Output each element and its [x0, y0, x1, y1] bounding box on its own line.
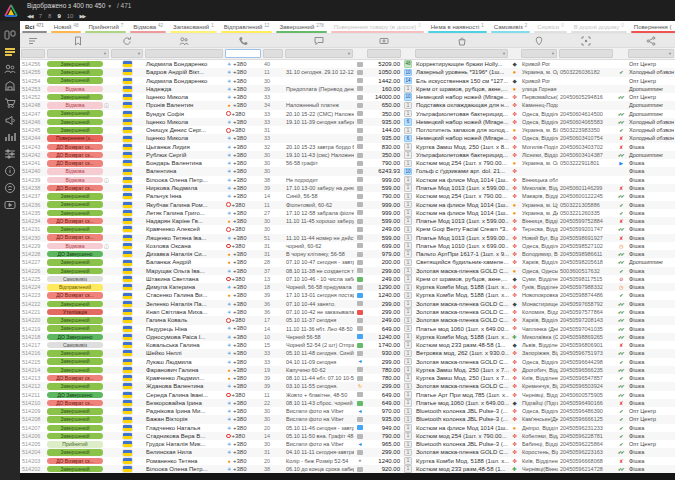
client-phone[interactable]: +380 [224, 275, 262, 283]
filter-city-select[interactable]: ▼ [521, 49, 557, 58]
table-row[interactable]: 514230ДО Возврат ск...Лященко Тетяна Іва… [20, 234, 675, 242]
sidebar-item-support[interactable] [3, 182, 17, 194]
tracking-number[interactable]: 20450596490166 [558, 399, 614, 407]
tracking-number[interactable]: 20450605294816 [558, 93, 614, 101]
tracking-number[interactable]: 20450597988332 [558, 283, 614, 291]
tracking-number[interactable]: 20450603410754 [558, 134, 614, 142]
table-row[interactable]: 514210ДО Возврат ск...Безкоровайна Ірина… [20, 399, 675, 407]
table-row[interactable]: 514220ЗавершенийГалина Коваль+3801705.10… [20, 316, 675, 324]
client-phone[interactable]: ✳+380 [224, 465, 262, 473]
sidebar-item-kanban[interactable] [3, 29, 17, 41]
client-phone[interactable]: ✳+380 [224, 308, 262, 316]
filter-source-select[interactable]: ▼ [628, 49, 674, 58]
client-phone[interactable]: +380 [224, 110, 262, 118]
filter-status-select[interactable]: ▼ [47, 49, 109, 58]
tracking-number[interactable]: 20450596486390 [558, 407, 614, 415]
client-phone[interactable]: +380 [224, 126, 262, 134]
tab-0[interactable]: Всі471 [20, 21, 49, 33]
page-9[interactable]: 9 [57, 13, 60, 19]
client-phone[interactable]: ✳+380 [224, 415, 262, 423]
client-phone[interactable]: ✳+380 [224, 424, 262, 432]
tracking-number[interactable]: 20450600575905 [558, 391, 614, 399]
column-header-refresh[interactable] [110, 34, 144, 47]
tracking-number[interactable]: 20450596806901 [558, 341, 614, 349]
sidebar-item-settings[interactable] [3, 148, 17, 160]
client-phone[interactable]: ✳+380 [224, 333, 262, 341]
tracking-number[interactable] [558, 77, 614, 85]
column-header-status[interactable] [46, 34, 110, 47]
tracking-number[interactable]: 20450601146299 [558, 184, 614, 192]
table-row[interactable]: 514216ЗавершенийШейко Неллі✳+3803305.10 … [20, 349, 675, 357]
client-phone[interactable]: ●+380 [224, 217, 262, 225]
tab-5[interactable]: Відправлений12 [219, 21, 275, 33]
table-row[interactable]: 514252ЗавершенийІщенко Микола✳+380331400… [20, 93, 675, 101]
client-phone[interactable]: ✳+380 [224, 184, 262, 192]
tracking-number[interactable]: 20450596228781 [558, 432, 614, 440]
tracking-number[interactable]: 20450599752884 [558, 217, 614, 225]
tracking-number[interactable]: 20450596223163 [558, 448, 614, 456]
info-icon[interactable]: ⓘ [104, 176, 109, 184]
table-row[interactable]: 514228ДО ЗавершеноДихавка Наталія Си...●… [20, 250, 675, 258]
client-phone[interactable]: ✳+380 [224, 85, 262, 93]
client-phone[interactable]: ✳+380 [224, 349, 262, 357]
client-phone[interactable]: ●+380 [224, 258, 262, 266]
table-row[interactable]: 514203ДО Возврат ск...Романенко Тетяна●+… [20, 457, 675, 465]
client-phone[interactable]: ✳+380 [224, 325, 262, 333]
table-row[interactable]: 514223ДО Возврат ск...Стасенко Галина Ви… [20, 291, 675, 299]
client-phone[interactable]: ✳+380 [224, 93, 262, 101]
client-phone[interactable]: ●+380 [224, 291, 262, 299]
table-row[interactable]: 514204ЗавершенийБелинская Нила✳+3803104.… [20, 448, 675, 456]
info-icon[interactable]: ⓘ [104, 101, 109, 109]
client-phone[interactable]: ●+380 [224, 374, 262, 382]
tracking-number[interactable]: 20450597041035 [558, 325, 614, 333]
table-row[interactable]: 514206ЗавершенийСтадникова Вера В...+380… [20, 432, 675, 440]
tracking-number[interactable]: 20450600122245 [558, 192, 614, 200]
shown-range[interactable]: Відображено з 400 по 450 ▼ / 471 [27, 2, 131, 9]
filter-num-input[interactable] [263, 49, 283, 58]
tracking-number[interactable]: 20450596644298 [558, 358, 614, 366]
table-row[interactable]: 514236ЗавершенийЯкубчак Галина Ром...+38… [20, 201, 675, 209]
table-row[interactable]: 514226ЗавершенийМарущак Ольга Іва...✳+38… [20, 267, 675, 275]
client-phone[interactable]: ✳+380 [224, 159, 262, 167]
client-phone[interactable]: ✳+380 [224, 77, 262, 85]
table-row[interactable]: 514244Повернення (з...Іщенко Микола✳+380… [20, 134, 675, 142]
table-row[interactable]: 514225СамовивізШтакина Светлана+3801307.… [20, 275, 675, 283]
filter-comment-input[interactable]: ▼ [285, 49, 353, 58]
client-phone[interactable]: +380 [224, 391, 262, 399]
table-row[interactable]: 514235ЗавершенийЛетяк Галина Григо...✳+3… [20, 209, 675, 217]
client-phone[interactable]: ✳+380 [224, 209, 262, 217]
tracking-number[interactable]: 0503223983350 [558, 126, 614, 134]
table-row[interactable]: 514222ЗавершенийЗеленко Наталія Па...✳+3… [20, 300, 675, 308]
client-phone[interactable]: ✳+380 [224, 118, 262, 126]
tab-9[interactable]: Самовивіз2 [489, 21, 533, 33]
tracking-number[interactable] [558, 60, 614, 68]
client-phone[interactable]: ✳+380 [224, 234, 262, 242]
tracking-number[interactable]: 20450598986611 [558, 250, 614, 258]
tracking-number[interactable]: 0503221305886 [558, 201, 614, 209]
client-phone[interactable]: ✳+380 [224, 167, 262, 175]
table-row[interactable]: 514202ЗавершенийБілоока Олена Петр...✳+3… [20, 465, 675, 473]
client-phone[interactable]: +380 [224, 225, 262, 233]
client-phone[interactable]: ✳+380 [224, 68, 262, 76]
column-header-location[interactable] [520, 34, 558, 47]
table-row[interactable]: 514254ЗавершенийЛюдмила Бондаренко✳+3803… [20, 77, 675, 85]
table-row[interactable]: 514213ДО Возврат ск...Кравченко Людмил..… [20, 374, 675, 382]
column-header-tracking[interactable] [558, 34, 614, 47]
table-row[interactable]: 514255ЗавершенийБадров Андрій Вікт...✳+3… [20, 68, 675, 76]
table-row[interactable]: 514243ДО Возврат ск...Цыганюк Лидия✳+380… [20, 143, 675, 151]
first-page-button[interactable]: ◀◀ [27, 13, 33, 19]
tracking-number[interactable]: 20450596666125 [558, 415, 614, 423]
tracking-number[interactable]: 5003600517632 [558, 267, 614, 275]
table-row[interactable]: 514239ВідмоваⓘБілоока Олена Петр...✳+380… [20, 176, 675, 184]
tracking-number[interactable]: 20450596751973 [558, 349, 614, 357]
client-phone[interactable]: +380 [224, 242, 262, 250]
client-phone[interactable]: ✳+380 [224, 399, 262, 407]
filter-price-input[interactable] [367, 49, 401, 58]
tracking-number[interactable]: 20450596547857 [558, 374, 614, 382]
tracking-number[interactable] [558, 176, 614, 184]
table-row[interactable]: 514224ВідправленийДимула Катерина✳+38018… [20, 283, 675, 291]
column-header-rows[interactable] [20, 34, 46, 47]
table-row[interactable]: 514234ДО Возврат ск...Надарян Каріне Гв.… [20, 217, 675, 225]
table-row[interactable]: 514247ЗавершенийБундук Софія+3803320.10 … [20, 110, 675, 118]
tracking-number[interactable]: 20450604614500 [558, 110, 614, 118]
